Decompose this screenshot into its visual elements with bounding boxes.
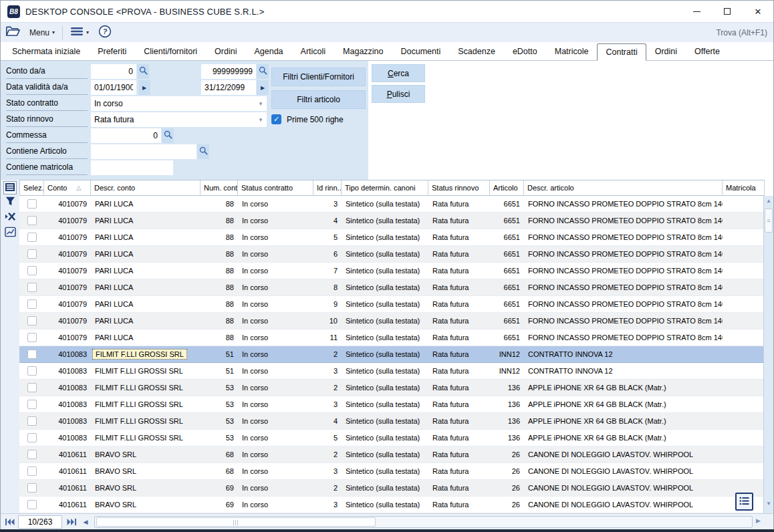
data-a-calendar-button[interactable]: ▶	[257, 80, 269, 95]
row-checkbox[interactable]	[27, 400, 37, 409]
table-row[interactable]: 4010611BRAVO SRL69In corso3Sintetico (su…	[19, 497, 765, 513]
pulisci-button[interactable]: Pulisci	[372, 85, 425, 103]
column-header-descr-conto[interactable]: Descr. conto	[91, 180, 201, 195]
conto-da-search-button[interactable]	[137, 64, 149, 79]
table-row[interactable]: 4010083FILMIT F.LLI GROSSI SRL51In corso…	[19, 346, 765, 363]
tab-agenda[interactable]: Agenda	[245, 43, 291, 60]
row-checkbox[interactable]	[27, 500, 37, 509]
tab-contratti[interactable]: Contratti	[597, 43, 646, 61]
column-header-id-rinn[interactable]: Id rinn...	[313, 180, 342, 195]
vscroll-thumb[interactable]: ≡	[765, 209, 773, 233]
cerca-button[interactable]: Cerca	[372, 64, 425, 82]
row-checkbox[interactable]	[27, 216, 37, 225]
column-header-status-contratto[interactable]: Status contratto	[238, 180, 313, 195]
tab-scadenze[interactable]: Scadenze	[449, 43, 504, 60]
focused-cell[interactable]: FILMIT F.LLI GROSSI SRL	[92, 349, 187, 360]
tab-clienti-fornitori[interactable]: Clienti/fornitori	[135, 43, 206, 60]
table-row[interactable]: 4010079PARI LUCA88In corso3Sintetico (su…	[19, 196, 765, 213]
tab-magazzino[interactable]: Magazzino	[334, 43, 392, 60]
record-position-box[interactable]: 10/263	[18, 515, 62, 529]
row-checkbox[interactable]	[27, 333, 37, 342]
table-row[interactable]: 4010079PARI LUCA88In corso6Sintetico (su…	[19, 246, 765, 263]
table-row[interactable]: 4010079PARI LUCA88In corso11Sintetico (s…	[19, 329, 765, 346]
prime-500-checkbox[interactable]: ✓	[271, 114, 281, 124]
tab-offerte[interactable]: Offerte	[686, 43, 729, 60]
row-checkbox[interactable]	[27, 199, 37, 209]
scroll-down-icon[interactable]: ▼	[764, 499, 773, 509]
tab-documenti[interactable]: Documenti	[392, 43, 450, 60]
table-row[interactable]: 4010079PARI LUCA88In corso4Sintetico (su…	[19, 213, 765, 229]
tab-schermata-iniziale[interactable]: Schermata iniziale	[3, 43, 89, 60]
help-button[interactable]: ?	[94, 24, 116, 41]
row-checkbox[interactable]	[27, 416, 37, 426]
articolo-search-button[interactable]	[197, 144, 209, 159]
minimize-button[interactable]	[681, 1, 712, 22]
tab-ordini[interactable]: Ordini	[646, 43, 686, 60]
tab-ordini[interactable]: Ordini	[206, 43, 245, 60]
hamburger-menu-button[interactable]: ▾	[66, 24, 94, 41]
column-header-status-rinnovo[interactable]: Status rinnovo	[428, 180, 490, 195]
scroll-right-icon[interactable]: ▶	[756, 517, 761, 524]
grid-layout-button[interactable]	[3, 181, 17, 194]
open-button[interactable]	[1, 24, 25, 41]
column-header-articolo[interactable]: Articolo	[490, 180, 524, 195]
clear-filter-button[interactable]	[2, 210, 18, 225]
scroll-left-icon[interactable]: ◀	[81, 516, 90, 528]
close-button[interactable]: ✕	[743, 1, 773, 22]
grid-menu-button[interactable]	[735, 493, 753, 511]
commessa-input[interactable]	[91, 128, 161, 143]
hscroll-thumb[interactable]	[96, 517, 376, 527]
column-header-matricola[interactable]: Matricola	[723, 180, 765, 195]
row-checkbox[interactable]	[27, 450, 37, 459]
table-row[interactable]: 4010611BRAVO SRL68In corso2Sintetico (su…	[19, 446, 765, 463]
stato-rinnovo-select[interactable]: Rata futura ▼	[91, 112, 267, 127]
commessa-search-button[interactable]	[162, 128, 174, 143]
table-row[interactable]: 4010611BRAVO SRL68In corso3Sintetico (su…	[19, 463, 765, 480]
tab-matricole[interactable]: Matricole	[546, 43, 598, 60]
data-da-input[interactable]	[91, 80, 136, 95]
table-row[interactable]: 4010083FILMIT F.LLI GROSSI SRL51In corso…	[19, 363, 765, 380]
horizontal-scrollbar[interactable]	[94, 516, 753, 528]
table-row[interactable]: 4010083FILMIT F.LLI GROSSI SRL53In corso…	[19, 396, 765, 413]
row-checkbox[interactable]	[27, 266, 37, 275]
row-checkbox[interactable]	[27, 483, 37, 493]
column-header-conto[interactable]: Conto△	[44, 180, 91, 195]
column-header-tipo-determin-canoni[interactable]: Tipo determin. canoni	[342, 180, 428, 195]
conto-a-search-button[interactable]	[257, 64, 269, 79]
filtri-clienti-fornitori-button[interactable]: Filtri Clienti/Fornitori	[271, 68, 366, 86]
row-checkbox[interactable]	[27, 366, 37, 376]
contiene-matricola-input[interactable]	[91, 160, 173, 175]
row-checkbox[interactable]	[27, 249, 37, 259]
filter-rows-button[interactable]	[2, 194, 18, 210]
trova-shortcut-label[interactable]: Trova (Alt+F1)	[716, 28, 773, 37]
tab-articoli[interactable]: Articoli	[292, 43, 335, 60]
table-row[interactable]: 4010079PARI LUCA88In corso5Sintetico (su…	[19, 229, 765, 246]
contiene-articolo-input[interactable]	[91, 144, 197, 159]
last-record-button[interactable]	[65, 516, 78, 528]
vertical-scrollbar[interactable]: ▲ ≡ ▼	[763, 196, 773, 513]
table-row[interactable]: 4010611BRAVO SRL69In corso2Sintetico (su…	[19, 480, 765, 497]
column-header-num-contr[interactable]: Num. contr...	[201, 180, 238, 195]
first-record-button[interactable]	[3, 516, 17, 528]
row-checkbox[interactable]	[27, 316, 37, 325]
table-row[interactable]: 4010083FILMIT F.LLI GROSSI SRL53In corso…	[19, 430, 765, 446]
column-header-selez[interactable]: Selez.	[19, 180, 44, 195]
table-row[interactable]: 4010083FILMIT F.LLI GROSSI SRL53In corso…	[19, 413, 765, 430]
row-checkbox[interactable]	[27, 433, 37, 442]
table-row[interactable]: 4010079PARI LUCA88In corso7Sintetico (su…	[19, 263, 765, 279]
row-checkbox[interactable]	[27, 350, 37, 359]
table-row[interactable]: 4010079PARI LUCA88In corso10Sintetico (s…	[19, 313, 765, 329]
table-row[interactable]: 4010079PARI LUCA88In corso8Sintetico (su…	[19, 279, 765, 296]
column-header-descr-articolo[interactable]: Descr. articolo	[524, 180, 723, 195]
scroll-up-icon[interactable]: ▲	[764, 196, 773, 206]
row-checkbox[interactable]	[27, 233, 37, 242]
row-checkbox[interactable]	[27, 467, 37, 476]
tab-edotto[interactable]: eDotto	[504, 43, 546, 60]
table-row[interactable]: 4010079PARI LUCA88In corso9Sintetico (su…	[19, 296, 765, 313]
stato-contratto-select[interactable]: In corso ▼	[91, 96, 267, 111]
filtri-articolo-button[interactable]: Filtri articolo	[271, 90, 366, 109]
row-checkbox[interactable]	[27, 283, 37, 292]
chart-button[interactable]	[2, 225, 18, 241]
row-checkbox[interactable]	[27, 299, 37, 309]
menu-button[interactable]: Menu ▾	[25, 24, 59, 41]
